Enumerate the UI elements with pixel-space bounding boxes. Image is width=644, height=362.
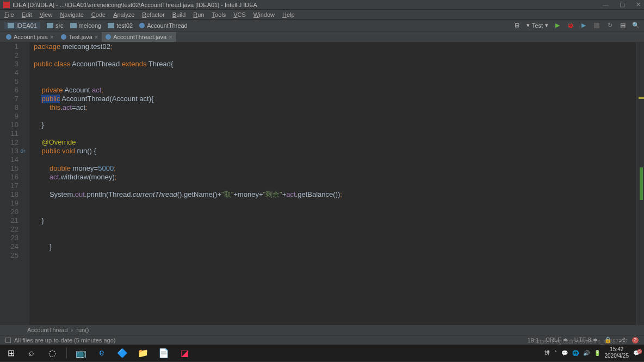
- menu-help[interactable]: Help: [282, 11, 295, 18]
- editor-tabs: Account.java ×Test.java ×AccountThread.j…: [0, 32, 644, 42]
- menu-tools[interactable]: Tools: [212, 11, 226, 18]
- explorer-icon[interactable]: 📁: [137, 346, 150, 359]
- titlebar: IDEA [D:\\IDEA] - ...\IDEA01\src\meicong…: [0, 0, 644, 10]
- search-icon[interactable]: 🔍: [632, 22, 640, 29]
- edge-icon[interactable]: e: [95, 346, 108, 359]
- maximize-button[interactable]: ▢: [620, 1, 625, 8]
- menu-build[interactable]: Build: [172, 11, 185, 18]
- menu-navigate[interactable]: Navigate: [60, 11, 83, 18]
- class-icon: [6, 34, 11, 40]
- tab-AccountThread-java[interactable]: AccountThread.java ×: [102, 32, 176, 42]
- tab-Account-java[interactable]: Account.java ×: [2, 32, 57, 42]
- class-icon: [106, 34, 111, 40]
- menu-edit[interactable]: Edit: [22, 11, 32, 18]
- menubar: FileEditViewNavigateCodeAnalyzeRefactorB…: [0, 10, 644, 20]
- app-bilibili-icon[interactable]: 📺: [75, 346, 88, 359]
- run-config[interactable]: ▾ Test ▾: [527, 22, 548, 29]
- volume-icon[interactable]: 🔊: [583, 350, 590, 356]
- window-title: IDEA [D:\\IDEA] - ...\IDEA01\src\meicong…: [13, 2, 257, 8]
- tab-Test-java[interactable]: Test.java ×: [57, 32, 102, 42]
- menu-code[interactable]: Code: [91, 11, 106, 18]
- line-gutter[interactable]: 1234567891011121314151617181920212223242…: [0, 42, 22, 325]
- folder-icon: [47, 23, 53, 28]
- update-button[interactable]: ↻: [606, 22, 614, 29]
- menu-vcs[interactable]: VCS: [233, 11, 246, 18]
- menu-refactor[interactable]: Refactor: [142, 11, 165, 18]
- fold-column[interactable]: [22, 42, 29, 325]
- watermark: https://blog.csdn.net/weixin_44357737: [535, 339, 628, 345]
- crumb-meicong[interactable]: meicong: [70, 22, 102, 29]
- structure-icon[interactable]: ▤: [619, 22, 627, 29]
- menu-window[interactable]: Window: [253, 11, 275, 18]
- wechat-icon[interactable]: 💬: [561, 350, 568, 356]
- debug-button[interactable]: 🐞: [567, 22, 574, 29]
- class-icon: [61, 34, 66, 40]
- breadcrumb-bar: AccountThread › run(): [0, 325, 644, 335]
- menu-view[interactable]: View: [40, 11, 53, 18]
- close-tab-icon[interactable]: ×: [95, 34, 98, 40]
- status-message: All files are up-to-date (5 minutes ago): [14, 337, 115, 344]
- intellij-icon[interactable]: ◪: [178, 346, 191, 359]
- crumb-test02[interactable]: test02: [108, 22, 133, 29]
- folder-icon: [8, 23, 14, 28]
- app-icon-2[interactable]: 🔷: [116, 346, 129, 359]
- editor: 1234567891011121314151617181920212223242…: [0, 42, 644, 325]
- run-button[interactable]: ▶: [554, 22, 561, 29]
- menu-file[interactable]: File: [4, 11, 14, 18]
- change-stripe: [640, 167, 643, 200]
- ime-icon[interactable]: 拼: [544, 349, 550, 357]
- battery-icon[interactable]: 🔋: [594, 350, 600, 356]
- action-center-icon[interactable]: 💬5: [633, 350, 640, 356]
- breadcrumb-method[interactable]: run(): [76, 327, 89, 333]
- nav-toolbar: IDEA01 src meicong test02 AccountThread …: [0, 20, 644, 32]
- crumb-src[interactable]: src: [47, 22, 64, 29]
- close-tab-icon[interactable]: ×: [169, 34, 172, 40]
- tray-chevron-icon[interactable]: ˄: [554, 350, 557, 356]
- app-icon: [3, 2, 10, 8]
- network-icon[interactable]: 🌐: [572, 350, 579, 356]
- message-icon[interactable]: [5, 338, 11, 343]
- code-area[interactable]: package meicong.test02; public class Acc…: [29, 42, 636, 325]
- build-icon[interactable]: ⊞: [513, 22, 521, 29]
- project-name: IDEA01: [16, 22, 37, 29]
- cortana-icon[interactable]: ◌: [46, 346, 59, 359]
- run-coverage-button[interactable]: ▶: [580, 22, 587, 29]
- clock[interactable]: 15:42 2020/4/25: [605, 346, 629, 359]
- notepad-icon[interactable]: 📄: [157, 346, 170, 359]
- folder-icon: [108, 23, 114, 28]
- breadcrumb-class[interactable]: AccountThread: [27, 327, 68, 333]
- folder-icon: [70, 23, 77, 28]
- project-selector[interactable]: IDEA01: [4, 22, 40, 29]
- minimize-button[interactable]: —: [603, 1, 609, 8]
- start-button[interactable]: ⊞: [4, 346, 17, 359]
- right-gutter[interactable]: [636, 42, 644, 325]
- class-icon: [139, 23, 145, 28]
- windows-taskbar: ⊞ ⌕ ◌ 📺 e 🔷 📁 📄 ◪ 拼 ˄ 💬 🌐 🔊 🔋 15:42 2020…: [0, 345, 644, 361]
- crumb-file[interactable]: AccountThread: [139, 22, 188, 29]
- warning-stripe[interactable]: [639, 97, 644, 99]
- close-tab-icon[interactable]: ×: [50, 34, 53, 40]
- stop-button[interactable]: [593, 22, 600, 29]
- search-button[interactable]: ⌕: [25, 346, 38, 359]
- menu-run[interactable]: Run: [193, 11, 204, 18]
- menu-analyze[interactable]: Analyze: [113, 11, 134, 18]
- notifications-icon[interactable]: 2: [632, 337, 639, 344]
- close-button[interactable]: ✕: [636, 1, 641, 8]
